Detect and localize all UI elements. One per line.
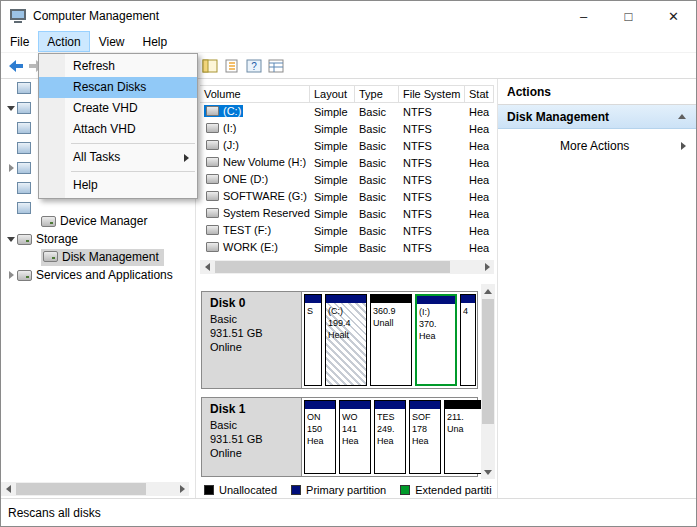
chevron-down-icon[interactable] [5, 106, 17, 111]
tree-item-label: Storage [36, 232, 78, 246]
menu-item-attach-vhd[interactable]: Attach VHD [39, 119, 197, 140]
help-icon[interactable]: ? [245, 57, 263, 75]
chevron-right-icon [681, 142, 686, 150]
disk-label-panel[interactable]: Disk 1Basic931.51 GBOnline [202, 398, 302, 476]
menu-item-help[interactable]: Help [39, 175, 197, 196]
graphical-vertical-scrollbar[interactable] [481, 284, 495, 479]
disk-size: 931.51 GB [210, 432, 301, 446]
partition-unallocated[interactable]: 360.9Unall [370, 294, 412, 386]
status-cell: Hea [465, 208, 494, 220]
tree-horizontal-scrollbar[interactable] [1, 482, 189, 496]
tree-item-disk-management[interactable]: Disk Management [1, 248, 195, 266]
scroll-left-icon[interactable] [200, 260, 214, 274]
views-icon[interactable] [267, 57, 285, 75]
type-cell: Basic [355, 242, 399, 254]
volume-icon [206, 140, 219, 150]
volume-icon [206, 123, 219, 133]
status-cell: Hea [465, 140, 494, 152]
volume-row-c[interactable]: (C:)SimpleBasicNTFSHea [200, 103, 494, 120]
volume-row-one-d[interactable]: ONE (D:)SimpleBasicNTFSHea [200, 171, 494, 188]
show-console-tree-icon[interactable] [201, 57, 219, 75]
column-header-volume[interactable]: Volume [200, 86, 310, 102]
menu-item-create-vhd[interactable]: Create VHD [39, 98, 197, 119]
partition-body: ON150Hea [305, 409, 335, 473]
scroll-left-icon[interactable] [1, 482, 15, 496]
close-button[interactable]: ✕ [651, 1, 696, 31]
partition-body: TES249.Hea [375, 409, 405, 473]
menu-item-all-tasks[interactable]: All Tasks [39, 147, 197, 168]
partition-type-band [417, 296, 455, 304]
partition-line: Hea [412, 435, 440, 447]
scroll-up-icon[interactable] [481, 284, 495, 298]
partition-body: (C:)199.4Healt [326, 303, 366, 385]
menu-file[interactable]: File [1, 31, 38, 52]
scroll-down-icon[interactable] [481, 465, 495, 479]
scroll-thumb[interactable] [16, 483, 146, 495]
partition-line: 360.9 [373, 305, 411, 317]
menu-item-rescan-disks[interactable]: Rescan Disks [39, 77, 197, 98]
disk-name: Disk 1 [210, 402, 301, 416]
partition-body: 4 [461, 303, 475, 385]
tree-item-body: Device Manager [41, 214, 147, 228]
back-icon[interactable] [7, 57, 25, 75]
export-list-icon[interactable] [223, 57, 241, 75]
chevron-right-icon[interactable] [5, 164, 17, 172]
scroll-thumb[interactable] [482, 299, 494, 424]
partition-i[interactable]: (I:)370.Hea [415, 294, 457, 386]
menu-help[interactable]: Help [134, 31, 177, 52]
actions-section-disk-management[interactable]: Disk Management [498, 105, 696, 129]
partition-wo[interactable]: WO141Hea [339, 400, 371, 474]
volume-row-new-volume-h[interactable]: New Volume (H:)SimpleBasicNTFSHea [200, 154, 494, 171]
volume-name: New Volume (H:) [204, 156, 308, 168]
menu-view[interactable]: View [90, 31, 134, 52]
type-cell: Basic [355, 123, 399, 135]
chevron-down-icon[interactable] [5, 237, 17, 242]
volume-row-software-g[interactable]: SOFTWARE (G:)SimpleBasicNTFSHea [200, 188, 494, 205]
more-actions-item[interactable]: More Actions [560, 139, 686, 153]
volume-row-work-e[interactable]: WORK (E:)SimpleBasicNTFSHea [200, 239, 494, 256]
maximize-button[interactable]: □ [606, 1, 651, 31]
volume-list: VolumeLayoutTypeFile SystemStat (C:)Simp… [200, 85, 494, 256]
window-controls: – □ ✕ [561, 1, 696, 31]
volume-row-i[interactable]: (I:)SimpleBasicNTFSHea [200, 120, 494, 137]
menu-action[interactable]: Action [38, 31, 89, 52]
layout-cell: Simple [310, 208, 355, 220]
chevron-right-icon[interactable] [5, 271, 17, 279]
volume-icon [206, 174, 219, 184]
partition-unallocated[interactable]: 211.Una [444, 400, 482, 474]
chevron-shape [7, 106, 15, 111]
partition-c[interactable]: (C:)199.4Healt [325, 294, 367, 386]
partition-line: Hea [419, 330, 455, 342]
partition-type-band [340, 401, 370, 409]
volume-label: System Reserved [223, 207, 310, 219]
volume-row-system-reserved[interactable]: System ReservedSimpleBasicNTFSHea [200, 205, 494, 222]
volume-row-test-f[interactable]: TEST (F:)SimpleBasicNTFSHea [200, 222, 494, 239]
partition-line: Hea [377, 435, 405, 447]
column-header-file-system[interactable]: File System [399, 86, 465, 102]
column-header-type[interactable]: Type [355, 86, 399, 102]
partition-s[interactable]: S [304, 294, 322, 386]
column-header-layout[interactable]: Layout [310, 86, 355, 102]
volume-row-j[interactable]: (J:)SimpleBasicNTFSHea [200, 137, 494, 154]
menu-item-refresh[interactable]: Refresh [39, 56, 197, 77]
partition-line: SOF [412, 411, 440, 423]
partition-4[interactable]: 4 [460, 294, 476, 386]
tree-item-device-manager[interactable]: Device Manager [1, 212, 195, 230]
partition-line: 4 [463, 305, 475, 317]
volume-cell: System Reserved [200, 207, 310, 220]
scroll-right-icon[interactable] [480, 260, 494, 274]
tree-item-storage[interactable]: Storage [1, 230, 195, 248]
minimize-button[interactable]: – [561, 1, 606, 31]
disk-label-panel[interactable]: Disk 0Basic931.51 GBOnline [202, 292, 302, 388]
menu-separator [71, 143, 195, 144]
scroll-right-icon[interactable] [175, 482, 189, 496]
partition-on[interactable]: ON150Hea [304, 400, 336, 474]
chevron-up-icon[interactable] [678, 114, 686, 119]
column-header-stat[interactable]: Stat [465, 86, 494, 102]
filesystem-cell: NTFS [399, 174, 465, 186]
partition-sof[interactable]: SOF178Hea [409, 400, 441, 474]
partition-tes[interactable]: TES249.Hea [374, 400, 406, 474]
scroll-thumb[interactable] [215, 261, 450, 273]
volume-horizontal-scrollbar[interactable] [200, 260, 494, 274]
tree-item-services-and-applications[interactable]: Services and Applications [1, 266, 195, 284]
